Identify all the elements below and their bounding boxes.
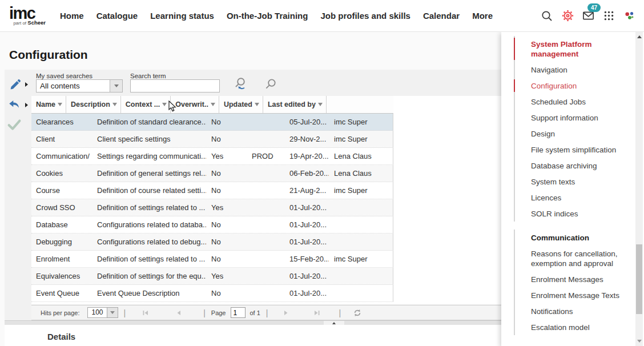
admin-menu-item[interactable]: Configuration <box>515 78 626 94</box>
admin-menu-item[interactable]: Support information <box>515 110 626 126</box>
admin-menu-item[interactable]: System texts <box>515 174 626 190</box>
nav-item[interactable]: Calendar <box>417 0 466 32</box>
search-term-input[interactable] <box>130 79 220 92</box>
admin-menu-item[interactable]: Licences <box>515 190 626 206</box>
nav-item[interactable]: Home <box>54 0 90 32</box>
hits-per-page-select[interactable]: 100 <box>87 307 118 318</box>
column-header[interactable]: Description <box>66 96 121 113</box>
search-submit-button[interactable] <box>264 78 277 93</box>
apps-button[interactable] <box>598 6 619 26</box>
column-header[interactable]: Updated <box>219 96 263 113</box>
apps-grid-icon <box>603 10 615 22</box>
hits-per-page-label: Hits per page: <box>41 309 79 316</box>
table-row[interactable]: Cookies Definition of general settings r… <box>31 165 393 182</box>
nav-item[interactable]: Learning status <box>144 0 220 32</box>
admin-menu-item[interactable]: Database archiving <box>515 158 626 174</box>
prev-page-button[interactable] <box>171 309 186 316</box>
scrollbar-thumb[interactable] <box>636 244 642 314</box>
scroll-up-button[interactable] <box>635 33 643 41</box>
admin-menu-item[interactable]: Escalation model <box>515 319 626 335</box>
column-header[interactable]: Overwrit.. <box>171 96 219 113</box>
table-row[interactable]: Database Configurations related to datab… <box>31 216 393 234</box>
panel-splitter[interactable] <box>5 320 501 325</box>
column-header[interactable]: Last edited by <box>263 96 327 113</box>
next-page-button[interactable] <box>279 309 293 316</box>
undo-button[interactable] <box>7 98 22 115</box>
cell-description: Definition of settings for the equ... <box>92 268 207 284</box>
admin-menu-item[interactable]: Enrolment Message Texts <box>515 287 626 303</box>
admin-menu-item[interactable]: Enrolment Messages <box>515 271 626 287</box>
table-row[interactable]: Debugging Configurations related to debu… <box>31 234 393 251</box>
hits-dropdown-button[interactable] <box>107 308 118 317</box>
scroll-down-icon <box>637 340 642 343</box>
column-header[interactable]: Context ... <box>121 96 171 113</box>
table-row[interactable]: Course Definition of course related sett… <box>31 182 393 199</box>
nav-item[interactable]: Catalogue <box>90 0 144 32</box>
edit-button[interactable] <box>9 78 22 94</box>
community-button[interactable] <box>619 6 639 26</box>
first-page-button[interactable] <box>138 309 153 316</box>
cell-overwrite <box>247 285 285 301</box>
collapse-handle[interactable] <box>324 321 344 325</box>
cell-name: Communication/ <box>31 148 92 164</box>
admin-menu-panel: System Platform managementNavigationConf… <box>501 31 644 346</box>
admin-menu-item[interactable]: System Platform management <box>515 36 626 62</box>
admin-settings-button[interactable] <box>557 6 578 26</box>
column-filter-icon[interactable] <box>255 103 259 106</box>
cell-name: Enrolment <box>31 251 92 267</box>
admin-menu-item[interactable]: Navigation <box>515 62 626 78</box>
admin-menu-item[interactable]: Design <box>515 126 626 142</box>
imc-logo[interactable]: imc part of Scheer <box>9 6 46 26</box>
admin-menu-item[interactable]: Notifications <box>515 303 626 319</box>
cell-last-edited-by: imc Super <box>329 182 393 199</box>
cell-updated: 15-Feb-20... <box>285 251 329 267</box>
nav-item[interactable]: Job profiles and skills <box>314 0 417 32</box>
column-filter-icon[interactable] <box>211 103 215 106</box>
table-row[interactable]: Crowd SSO Definition of settings related… <box>31 199 393 216</box>
cell-description: Definition of general settings rel... <box>92 165 207 182</box>
cell-last-edited-by: Lena Claus <box>329 148 393 164</box>
edit-menu-caret[interactable] <box>25 82 28 87</box>
refresh-button[interactable] <box>350 309 365 317</box>
nav-item[interactable]: More <box>466 0 499 32</box>
table-row[interactable]: Equivalences Definition of settings for … <box>31 268 393 285</box>
admin-menu-item[interactable]: Reasons for cancellation, exemption and … <box>515 246 626 271</box>
cell-last-edited-by <box>329 216 393 233</box>
table-row[interactable]: Communication/ Settings regarding commun… <box>31 148 393 165</box>
panel-scrollbar[interactable] <box>635 31 643 346</box>
search-button[interactable] <box>537 6 557 26</box>
separator: | <box>124 308 126 317</box>
page-number-input[interactable] <box>231 307 245 318</box>
saved-searches-dropdown-button[interactable] <box>110 80 122 92</box>
cell-description: Client specific settings <box>92 131 207 147</box>
admin-menu-item[interactable]: SOLR indices <box>515 206 626 222</box>
last-page-button[interactable] <box>309 309 324 316</box>
cell-overwrite <box>247 199 285 216</box>
scroll-down-button[interactable] <box>635 337 643 345</box>
cell-name: Clearances <box>31 114 92 130</box>
cell-overwrite <box>247 182 285 199</box>
search-panel: My saved searches All contents Search te… <box>31 70 501 96</box>
table-row[interactable]: Event Queue Event Queue Description No 0… <box>31 285 393 302</box>
column-filter-icon[interactable] <box>318 103 323 106</box>
reset-search-button[interactable] <box>234 77 249 94</box>
column-filter-icon[interactable] <box>112 103 117 106</box>
column-filter-icon[interactable] <box>162 103 167 106</box>
admin-menu-item[interactable]: Scheduled Jobs <box>515 94 626 110</box>
column-label: Name <box>36 100 55 108</box>
table-row[interactable]: Client Client specific settings No 29-No… <box>31 131 393 148</box>
admin-menu-item[interactable]: Communication <box>515 230 626 246</box>
cell-description: Definition of settings related to ... <box>92 199 207 216</box>
table-row[interactable]: Enrolment Definition of settings related… <box>31 251 393 268</box>
column-header[interactable]: Name <box>31 96 66 113</box>
cell-last-edited-by <box>329 285 393 301</box>
column-filter-icon[interactable] <box>58 103 62 106</box>
table-row[interactable]: Clearances Definition of standard cleara… <box>31 114 393 131</box>
admin-menu-item[interactable]: File system simplification <box>515 142 626 158</box>
saved-searches-select[interactable]: All contents <box>36 79 123 92</box>
nav-item[interactable]: On-the-Job Training <box>220 0 315 32</box>
messages-button[interactable]: 47 <box>578 6 598 26</box>
confirm-button[interactable] <box>6 116 22 135</box>
undo-menu-caret[interactable] <box>25 103 28 107</box>
page-title: Configuration <box>9 48 88 62</box>
